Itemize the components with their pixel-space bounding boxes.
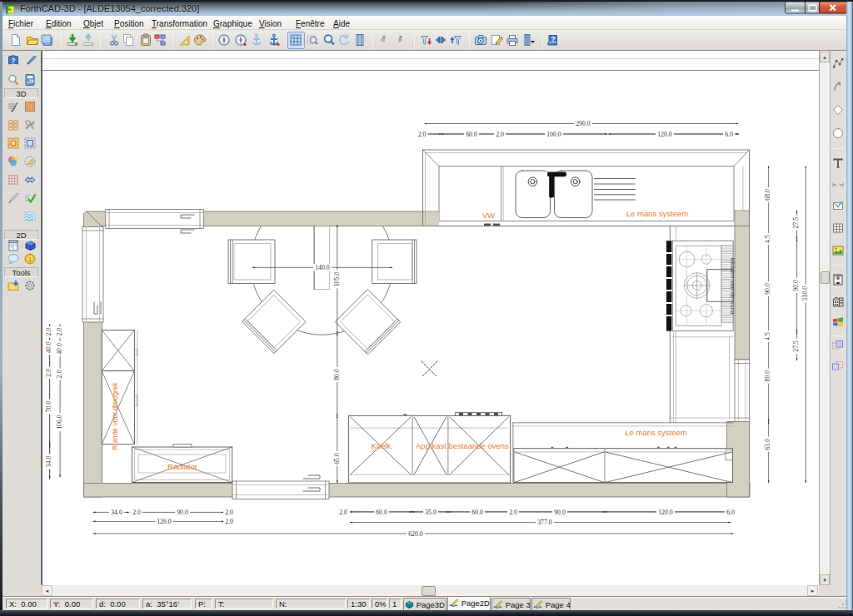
svg-text:Koelk.: Koelk. bbox=[372, 441, 393, 450]
svg-text:40.0: 40.0 bbox=[45, 341, 52, 353]
svg-text:VW: VW bbox=[482, 211, 495, 220]
svg-text:60.0: 60.0 bbox=[376, 509, 387, 516]
svg-text:4.5: 4.5 bbox=[764, 332, 771, 340]
svg-text:90.0: 90.0 bbox=[792, 280, 800, 291]
svg-text:120.0: 120.0 bbox=[658, 509, 673, 516]
svg-text:2.0: 2.0 bbox=[225, 509, 233, 516]
svg-text:2.0: 2.0 bbox=[45, 369, 52, 377]
svg-text:60.0: 60.0 bbox=[466, 131, 477, 138]
svg-text:126.0: 126.0 bbox=[157, 518, 172, 525]
svg-text:2.0: 2.0 bbox=[418, 131, 426, 138]
svg-text:bestaande ovens: bestaande ovens bbox=[448, 441, 509, 450]
svg-text:Le mans systeem: Le mans systeem bbox=[626, 209, 689, 218]
svg-text:100.0: 100.0 bbox=[546, 131, 561, 138]
svg-text:6.0: 6.0 bbox=[726, 509, 735, 516]
svg-text:140.0: 140.0 bbox=[315, 264, 330, 271]
svg-text:40.0: 40.0 bbox=[56, 343, 63, 355]
svg-text:90.0: 90.0 bbox=[764, 283, 771, 295]
svg-text:90.0: 90.0 bbox=[554, 509, 566, 516]
svg-text:?: ? bbox=[11, 57, 15, 64]
svg-text:63.0: 63.0 bbox=[764, 439, 771, 450]
svg-text:2.0: 2.0 bbox=[225, 518, 233, 525]
svg-text:27.5: 27.5 bbox=[792, 217, 800, 229]
svg-text:65.0: 65.0 bbox=[333, 453, 341, 464]
svg-text:310.0: 310.0 bbox=[801, 286, 809, 301]
svg-text:106.0: 106.0 bbox=[56, 415, 63, 430]
svg-text:105.0: 105.0 bbox=[333, 272, 341, 287]
svg-text:2.0: 2.0 bbox=[56, 370, 63, 379]
svg-text:4.5: 4.5 bbox=[764, 235, 771, 243]
svg-text:2.0: 2.0 bbox=[339, 509, 347, 516]
svg-text:6.0: 6.0 bbox=[725, 131, 733, 138]
svg-text:60.0: 60.0 bbox=[471, 509, 483, 516]
svg-text:2.0: 2.0 bbox=[509, 509, 517, 516]
svg-text:34.0: 34.0 bbox=[111, 509, 122, 516]
svg-text:2.0: 2.0 bbox=[496, 131, 504, 138]
svg-text:2.0: 2.0 bbox=[45, 328, 52, 336]
svg-text:80.0: 80.0 bbox=[333, 369, 341, 380]
svg-text:Le mans systeem: Le mans systeem bbox=[625, 428, 687, 437]
svg-text:Midden van de muur: Midden van de muur bbox=[729, 258, 736, 315]
svg-text:2.0: 2.0 bbox=[132, 509, 141, 516]
svg-text:377.0: 377.0 bbox=[537, 519, 552, 526]
svg-text:70.0: 70.0 bbox=[45, 400, 52, 412]
svg-text:68.0: 68.0 bbox=[764, 189, 771, 201]
svg-text:2.0: 2.0 bbox=[56, 328, 63, 336]
svg-text:Ruimte voor droogrek: Ruimte voor droogrek bbox=[111, 381, 119, 450]
svg-text:290.0: 290.0 bbox=[576, 120, 591, 127]
svg-text:?: ? bbox=[551, 35, 555, 43]
svg-text:Radiator: Radiator bbox=[167, 462, 197, 471]
svg-text:120.0: 120.0 bbox=[657, 131, 672, 138]
svg-text:App.kast: App.kast bbox=[416, 441, 446, 450]
svg-text:90.0: 90.0 bbox=[177, 509, 188, 516]
svg-text:35.0: 35.0 bbox=[425, 509, 436, 516]
svg-text:620.0: 620.0 bbox=[408, 530, 423, 538]
svg-text:34.0: 34.0 bbox=[45, 455, 52, 467]
svg-text:27.5: 27.5 bbox=[792, 340, 800, 352]
svg-text:80.0: 80.0 bbox=[764, 370, 771, 382]
svg-text:1: 1 bbox=[27, 256, 32, 263]
